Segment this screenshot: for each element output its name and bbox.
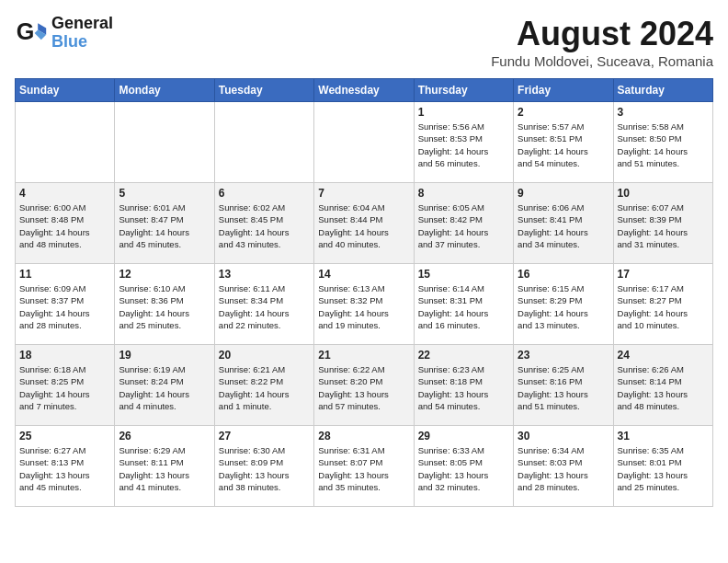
calendar-cell: 3Sunrise: 5:58 AM Sunset: 8:50 PM Daylig… [613, 102, 712, 183]
day-info: Sunrise: 6:21 AM Sunset: 8:22 PM Dayligh… [219, 363, 310, 412]
day-info: Sunrise: 6:07 AM Sunset: 8:39 PM Dayligh… [618, 201, 709, 250]
calendar-cell [214, 102, 313, 183]
calendar-week-3: 18Sunrise: 6:18 AM Sunset: 8:25 PM Dayli… [16, 345, 713, 426]
calendar-week-1: 4Sunrise: 6:00 AM Sunset: 8:48 PM Daylig… [16, 183, 713, 264]
day-info: Sunrise: 6:01 AM Sunset: 8:47 PM Dayligh… [119, 201, 210, 250]
day-number: 24 [618, 349, 709, 362]
day-number: 1 [418, 106, 509, 119]
day-info: Sunrise: 6:00 AM Sunset: 8:48 PM Dayligh… [19, 201, 110, 250]
day-number: 19 [119, 349, 210, 362]
calendar-cell: 30Sunrise: 6:34 AM Sunset: 8:03 PM Dayli… [514, 426, 613, 507]
day-number: 2 [518, 106, 609, 119]
day-header-monday: Monday [115, 79, 214, 102]
calendar-cell: 4Sunrise: 6:00 AM Sunset: 8:48 PM Daylig… [16, 183, 115, 264]
calendar-cell [115, 102, 214, 183]
calendar-cell [16, 102, 115, 183]
day-number: 7 [318, 187, 409, 200]
day-info: Sunrise: 6:31 AM Sunset: 8:07 PM Dayligh… [318, 444, 409, 493]
day-number: 4 [19, 187, 110, 200]
day-info: Sunrise: 6:06 AM Sunset: 8:41 PM Dayligh… [518, 201, 609, 250]
day-number: 27 [219, 430, 310, 442]
day-info: Sunrise: 6:27 AM Sunset: 8:13 PM Dayligh… [19, 444, 110, 493]
day-info: Sunrise: 6:14 AM Sunset: 8:31 PM Dayligh… [418, 282, 509, 331]
day-info: Sunrise: 5:56 AM Sunset: 8:53 PM Dayligh… [418, 121, 509, 169]
calendar-cell: 12Sunrise: 6:10 AM Sunset: 8:36 PM Dayli… [115, 264, 214, 345]
day-number: 3 [618, 106, 709, 119]
calendar-cell: 7Sunrise: 6:04 AM Sunset: 8:44 PM Daylig… [314, 183, 414, 264]
calendar-cell: 19Sunrise: 6:19 AM Sunset: 8:24 PM Dayli… [115, 345, 214, 426]
calendar-cell: 5Sunrise: 6:01 AM Sunset: 8:47 PM Daylig… [115, 183, 214, 264]
day-number: 17 [618, 268, 709, 281]
day-number: 6 [219, 187, 310, 200]
calendar-cell: 6Sunrise: 6:02 AM Sunset: 8:45 PM Daylig… [214, 183, 313, 264]
day-number: 18 [19, 349, 110, 362]
day-info: Sunrise: 6:22 AM Sunset: 8:20 PM Dayligh… [318, 363, 409, 412]
day-info: Sunrise: 5:57 AM Sunset: 8:51 PM Dayligh… [518, 121, 609, 169]
day-info: Sunrise: 6:13 AM Sunset: 8:32 PM Dayligh… [318, 282, 409, 331]
calendar-week-4: 25Sunrise: 6:27 AM Sunset: 8:13 PM Dayli… [16, 426, 713, 507]
logo: G General Blue [15, 15, 113, 52]
calendar-cell [314, 102, 414, 183]
day-info: Sunrise: 6:10 AM Sunset: 8:36 PM Dayligh… [119, 282, 210, 331]
calendar-cell: 15Sunrise: 6:14 AM Sunset: 8:31 PM Dayli… [414, 264, 513, 345]
day-number: 10 [618, 187, 709, 200]
calendar-cell: 13Sunrise: 6:11 AM Sunset: 8:34 PM Dayli… [214, 264, 313, 345]
day-header-friday: Friday [514, 79, 613, 102]
day-header-tuesday: Tuesday [214, 79, 313, 102]
calendar-cell: 27Sunrise: 6:30 AM Sunset: 8:09 PM Dayli… [214, 426, 313, 507]
month-title: August 2024 [491, 15, 713, 53]
day-number: 20 [219, 349, 310, 362]
calendar-table: SundayMondayTuesdayWednesdayThursdayFrid… [15, 78, 713, 507]
calendar-body: 1Sunrise: 5:56 AM Sunset: 8:53 PM Daylig… [16, 102, 713, 507]
day-header-wednesday: Wednesday [314, 79, 414, 102]
day-info: Sunrise: 6:19 AM Sunset: 8:24 PM Dayligh… [119, 363, 210, 412]
day-number: 5 [119, 187, 210, 200]
day-info: Sunrise: 6:11 AM Sunset: 8:34 PM Dayligh… [219, 282, 310, 331]
day-number: 23 [518, 349, 609, 362]
day-number: 25 [19, 430, 110, 442]
day-number: 14 [318, 268, 409, 281]
calendar-cell: 9Sunrise: 6:06 AM Sunset: 8:41 PM Daylig… [514, 183, 613, 264]
day-number: 30 [518, 430, 609, 442]
calendar-cell: 20Sunrise: 6:21 AM Sunset: 8:22 PM Dayli… [214, 345, 313, 426]
calendar-cell: 23Sunrise: 6:25 AM Sunset: 8:16 PM Dayli… [514, 345, 613, 426]
day-info: Sunrise: 6:34 AM Sunset: 8:03 PM Dayligh… [518, 444, 609, 493]
calendar-cell: 25Sunrise: 6:27 AM Sunset: 8:13 PM Dayli… [16, 426, 115, 507]
calendar-cell: 21Sunrise: 6:22 AM Sunset: 8:20 PM Dayli… [314, 345, 414, 426]
calendar-week-2: 11Sunrise: 6:09 AM Sunset: 8:37 PM Dayli… [16, 264, 713, 345]
calendar-cell: 22Sunrise: 6:23 AM Sunset: 8:18 PM Dayli… [414, 345, 513, 426]
calendar-header-row: SundayMondayTuesdayWednesdayThursdayFrid… [16, 79, 713, 102]
day-number: 15 [418, 268, 509, 281]
day-info: Sunrise: 6:25 AM Sunset: 8:16 PM Dayligh… [518, 363, 609, 412]
day-number: 16 [518, 268, 609, 281]
logo-icon: G [15, 17, 48, 50]
day-number: 31 [618, 430, 709, 442]
day-number: 8 [418, 187, 509, 200]
calendar-cell: 17Sunrise: 6:17 AM Sunset: 8:27 PM Dayli… [613, 264, 712, 345]
title-block: August 2024 Fundu Moldovei, Suceava, Rom… [491, 15, 713, 69]
day-info: Sunrise: 6:02 AM Sunset: 8:45 PM Dayligh… [219, 201, 310, 250]
logo-line1: General [51, 15, 113, 33]
day-info: Sunrise: 6:04 AM Sunset: 8:44 PM Dayligh… [318, 201, 409, 250]
day-info: Sunrise: 6:15 AM Sunset: 8:29 PM Dayligh… [518, 282, 609, 331]
day-info: Sunrise: 6:26 AM Sunset: 8:14 PM Dayligh… [618, 363, 709, 412]
day-info: Sunrise: 6:33 AM Sunset: 8:05 PM Dayligh… [418, 444, 509, 493]
day-number: 29 [418, 430, 509, 442]
day-info: Sunrise: 6:17 AM Sunset: 8:27 PM Dayligh… [618, 282, 709, 331]
day-info: Sunrise: 6:30 AM Sunset: 8:09 PM Dayligh… [219, 444, 310, 493]
day-info: Sunrise: 6:29 AM Sunset: 8:11 PM Dayligh… [119, 444, 210, 493]
calendar-cell: 26Sunrise: 6:29 AM Sunset: 8:11 PM Dayli… [115, 426, 214, 507]
day-number: 22 [418, 349, 509, 362]
day-number: 11 [19, 268, 110, 281]
day-info: Sunrise: 6:23 AM Sunset: 8:18 PM Dayligh… [418, 363, 509, 412]
calendar-cell: 8Sunrise: 6:05 AM Sunset: 8:42 PM Daylig… [414, 183, 513, 264]
logo-text: General Blue [51, 15, 113, 52]
calendar-cell: 14Sunrise: 6:13 AM Sunset: 8:32 PM Dayli… [314, 264, 414, 345]
calendar-cell: 2Sunrise: 5:57 AM Sunset: 8:51 PM Daylig… [514, 102, 613, 183]
calendar-cell: 24Sunrise: 6:26 AM Sunset: 8:14 PM Dayli… [613, 345, 712, 426]
day-info: Sunrise: 5:58 AM Sunset: 8:50 PM Dayligh… [618, 121, 709, 169]
day-header-thursday: Thursday [414, 79, 513, 102]
day-header-sunday: Sunday [16, 79, 115, 102]
svg-text:G: G [17, 18, 35, 44]
calendar-cell: 18Sunrise: 6:18 AM Sunset: 8:25 PM Dayli… [16, 345, 115, 426]
